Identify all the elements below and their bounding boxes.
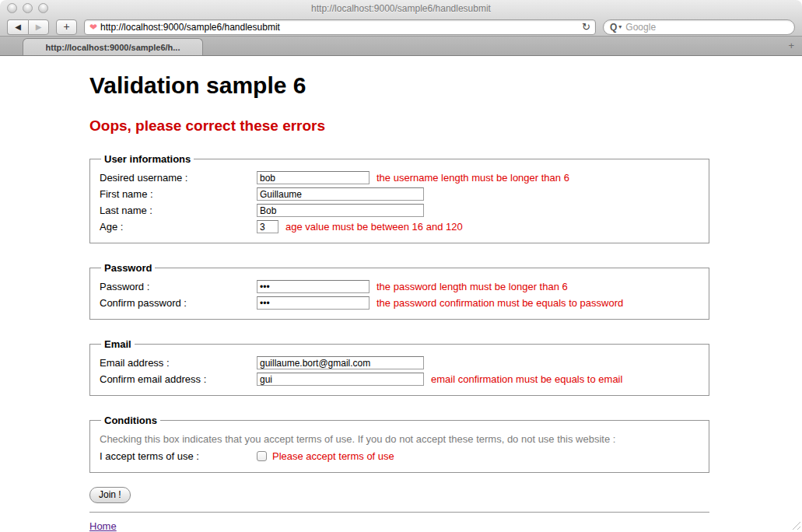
confirm-password-error: the password confirmation must be equals… (376, 297, 623, 309)
password-label: Password : (100, 281, 257, 292)
page-viewport: Validation sample 6 Oops, please correct… (0, 56, 802, 531)
forward-button[interactable]: ▶ (28, 19, 49, 35)
confirm-email-label: Confirm email address : (100, 373, 257, 385)
active-tab[interactable]: http://localhost:9000/sample6/h... (23, 38, 203, 55)
accept-terms-label: I accept terms of use : (100, 450, 257, 462)
confirm-email-input[interactable] (257, 373, 424, 386)
email-label: Email address : (100, 357, 257, 369)
home-link[interactable]: Home (89, 520, 117, 532)
browser-window: http://localhost:9000/sample6/handlesubm… (0, 0, 802, 532)
new-tab-button[interactable]: + (56, 19, 77, 35)
tab-label: http://localhost:9000/sample6/h... (46, 43, 180, 52)
fieldset-legend: Email (101, 338, 135, 350)
first-name-label: First name : (100, 188, 257, 200)
back-icon: ◀ (15, 23, 21, 31)
last-name-label: Last name : (100, 205, 257, 216)
search-icon: Q (610, 23, 617, 32)
confirm-password-label: Confirm password : (100, 297, 257, 309)
browser-chrome: http://localhost:9000/sample6/handlesubm… (0, 0, 802, 37)
minimize-window-button[interactable] (23, 3, 33, 13)
form-row-accept-terms: I accept terms of use : Please accept te… (100, 448, 701, 464)
divider (89, 512, 709, 513)
join-button[interactable]: Join ! (89, 487, 131, 503)
username-input[interactable] (257, 171, 369, 184)
conditions-note: Checking this box indicates that you acc… (100, 433, 701, 445)
username-error: the username length must be longer than … (376, 172, 569, 184)
fieldset-password: Password Password : the password length … (89, 262, 709, 320)
confirm-email-error: email confirmation must be equals to ema… (431, 373, 622, 385)
fieldset-legend: Password (101, 262, 155, 274)
address-bar[interactable]: ❤ ↻ (84, 19, 596, 35)
traffic-lights (7, 3, 48, 13)
password-input[interactable] (257, 280, 369, 293)
accept-terms-checkbox[interactable] (257, 451, 267, 461)
validation-form-page: Validation sample 6 Oops, please correct… (89, 56, 709, 532)
form-row-email: Email address : (100, 355, 701, 371)
favicon-heart-icon: ❤ (89, 23, 97, 32)
search-bar[interactable]: Q ▾ (603, 19, 795, 35)
form-row-password: Password : the password length must be l… (100, 278, 701, 295)
password-error: the password length must be longer than … (376, 281, 568, 292)
zoom-window-button[interactable] (38, 3, 48, 13)
first-name-input[interactable] (257, 187, 424, 201)
url-input[interactable] (100, 22, 579, 33)
fieldset-user-informations: User informations Desired username : the… (89, 153, 709, 243)
plus-icon: + (63, 20, 69, 33)
username-label: Desired username : (100, 172, 257, 184)
error-banner: Oops, please correct these errors (89, 117, 709, 135)
fieldset-legend: Conditions (101, 415, 160, 426)
fieldset-email: Email Email address : Confirm email addr… (89, 338, 709, 396)
page-title: Validation sample 6 (89, 72, 709, 99)
form-row-first-name: First name : (100, 186, 701, 202)
form-row-age: Age : age value must be between 16 and 1… (100, 219, 701, 235)
form-row-confirm-password: Confirm password : the password confirma… (100, 295, 701, 311)
nav-buttons: ◀ ▶ (7, 19, 49, 35)
fieldset-legend: User informations (101, 153, 194, 165)
age-input[interactable] (257, 220, 278, 233)
close-window-button[interactable] (7, 3, 17, 13)
tab-bar: http://localhost:9000/sample6/h... + (0, 37, 802, 56)
confirm-password-input[interactable] (257, 296, 369, 310)
age-error: age value must be between 16 and 120 (285, 221, 463, 233)
forward-icon: ▶ (36, 23, 42, 31)
back-button[interactable]: ◀ (7, 19, 28, 35)
accept-terms-error: Please accept terms of use (272, 450, 394, 462)
form-row-username: Desired username : the username length m… (100, 170, 701, 186)
search-input[interactable] (625, 22, 788, 33)
search-dropdown-icon[interactable]: ▾ (618, 24, 622, 30)
window-title: http://localhost:9000/sample6/handlesubm… (311, 3, 491, 14)
last-name-input[interactable] (257, 204, 424, 217)
age-label: Age : (100, 221, 257, 233)
email-input[interactable] (257, 356, 424, 369)
window-resize-grip[interactable] (790, 520, 800, 530)
tab-bar-new-tab-icon[interactable]: + (788, 40, 794, 51)
browser-toolbar: ◀ ▶ + ❤ ↻ Q ▾ (0, 17, 802, 37)
window-titlebar[interactable]: http://localhost:9000/sample6/handlesubm… (0, 0, 802, 17)
form-row-last-name: Last name : (100, 202, 701, 219)
form-row-confirm-email: Confirm email address : email confirmati… (100, 371, 701, 387)
fieldset-conditions: Conditions Checking this box indicates t… (89, 415, 709, 473)
reload-icon[interactable]: ↻ (582, 22, 590, 32)
